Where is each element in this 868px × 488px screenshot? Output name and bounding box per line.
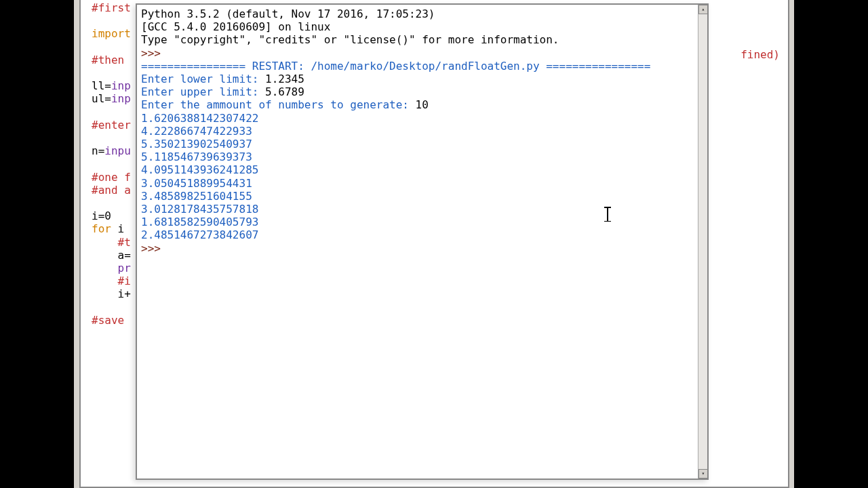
shell-line: [GCC 5.4.0 20160609] on linux <box>141 20 694 33</box>
scroll-up-button[interactable]: ▴ <box>698 5 708 14</box>
shell-line: Enter the ammount of numbers to generate… <box>141 98 694 111</box>
shell-scrollbar[interactable]: ▴ ▾ <box>698 5 707 479</box>
shell-line: Type "copyright", "credits" or "license(… <box>141 33 694 46</box>
shell-line: 5.350213902540937 <box>141 138 694 150</box>
shell-line: 3.485898251604155 <box>141 190 694 203</box>
shell-line: 3.050451889954431 <box>141 177 694 190</box>
editor-trailing-text: fined) <box>741 48 780 61</box>
shell-line: 4.0951143936241285 <box>141 163 694 176</box>
shell-line: Enter lower limit: 1.2345 <box>141 73 694 85</box>
shell-text-area[interactable]: Python 3.5.2 (default, Nov 17 2016, 17:0… <box>137 5 698 479</box>
scroll-down-button[interactable]: ▾ <box>698 469 708 479</box>
shell-line: 3.0128178435757818 <box>141 203 694 216</box>
text-cursor-icon <box>607 207 608 222</box>
shell-line: >>> <box>141 47 694 60</box>
shell-line: Python 3.5.2 (default, Nov 17 2016, 17:0… <box>141 7 694 20</box>
shell-line: ================ RESTART: /home/marko/De… <box>141 60 694 73</box>
shell-line: 1.6818582590405793 <box>141 216 694 228</box>
shell-line: 4.222866747422933 <box>141 125 694 138</box>
shell-line: >>> <box>141 242 694 255</box>
python-shell-window[interactable]: Python 3.5.2 (default, Nov 17 2016, 17:0… <box>136 3 709 480</box>
shell-line: 5.118546739639373 <box>141 150 694 163</box>
shell-line: 2.4851467273842607 <box>141 228 694 241</box>
shell-line: Enter upper limit: 5.6789 <box>141 85 694 98</box>
shell-line: 1.6206388142307422 <box>141 112 694 125</box>
